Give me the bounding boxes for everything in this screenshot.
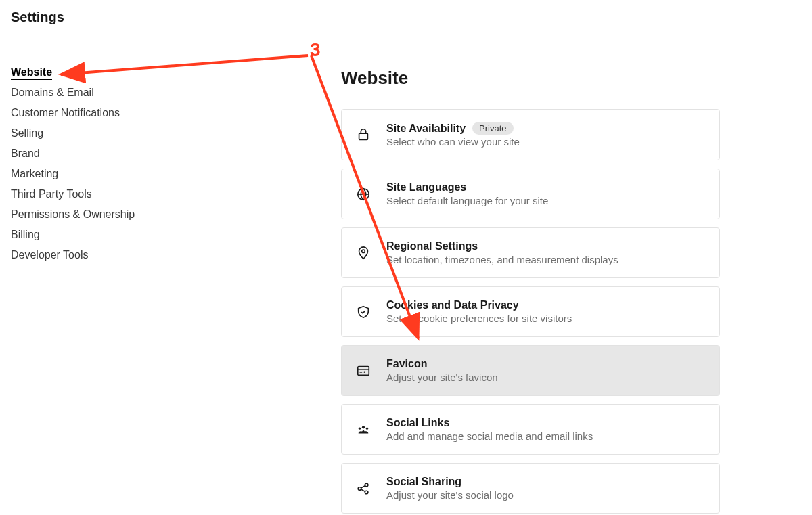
- card-body: Favicon Adjust your site's favicon: [386, 358, 706, 383]
- card-desc: Adjust your site's social logo: [386, 489, 706, 501]
- card-body: Social Sharing Adjust your site's social…: [386, 476, 706, 501]
- sidebar-item-developer-tools[interactable]: Developer Tools: [11, 245, 160, 265]
- card-title: Cookies and Data Privacy: [386, 299, 706, 311]
- body: Website Domains & Email Customer Notific…: [0, 35, 812, 514]
- sidebar-item-website[interactable]: Website: [11, 62, 160, 83]
- svg-point-11: [365, 483, 368, 487]
- card-regional-settings[interactable]: Regional Settings Set location, timezone…: [341, 227, 720, 278]
- header: Settings: [0, 0, 812, 35]
- share-icon: [355, 480, 371, 497]
- svg-rect-3: [358, 366, 369, 375]
- sidebar-item-label: Developer Tools: [11, 249, 88, 261]
- sidebar-item-label: Marketing: [11, 168, 58, 179]
- card-desc: Set location, timezones, and measurement…: [386, 254, 706, 265]
- card-social-links[interactable]: Social Links Add and manage social media…: [341, 404, 720, 455]
- card-site-availability[interactable]: Site Availability Private Select who can…: [341, 109, 720, 160]
- svg-point-8: [359, 427, 361, 429]
- sidebar-item-selling[interactable]: Selling: [11, 123, 160, 143]
- card-title: Social Links: [386, 417, 706, 429]
- sidebar-item-label: Third Party Tools: [11, 188, 92, 200]
- card-body: Social Links Add and manage social media…: [386, 417, 706, 442]
- card-title: Site Languages: [386, 181, 706, 194]
- card-favicon[interactable]: Favicon Adjust your site's favicon: [341, 345, 720, 396]
- card-body: Regional Settings Set location, timezone…: [386, 240, 706, 265]
- sidebar-item-label: Domains & Email: [11, 87, 94, 98]
- card-cookies-data-privacy[interactable]: Cookies and Data Privacy Set up cookie p…: [341, 286, 720, 337]
- sidebar-item-domains-email[interactable]: Domains & Email: [11, 83, 160, 103]
- card-desc: Add and manage social media and email li…: [386, 430, 706, 442]
- card-title: Site Availability: [386, 122, 466, 135]
- sidebar-item-brand[interactable]: Brand: [11, 143, 160, 164]
- sidebar: Website Domains & Email Customer Notific…: [0, 35, 171, 514]
- card-title-row: Site Availability Private: [386, 122, 706, 135]
- card-desc: Select who can view your site: [386, 136, 706, 148]
- svg-point-6: [364, 372, 365, 372]
- svg-point-9: [366, 427, 368, 429]
- svg-line-13: [361, 485, 365, 487]
- status-badge: Private: [472, 122, 513, 135]
- favicon-icon: [355, 363, 371, 379]
- card-desc: Set up cookie preferences for site visit…: [386, 313, 706, 324]
- main: Website Site Availability Private Select…: [171, 35, 812, 514]
- page-title: Settings: [11, 9, 801, 25]
- svg-line-14: [361, 489, 365, 491]
- card-title: Social Sharing: [386, 476, 706, 488]
- sidebar-item-label: Brand: [11, 148, 40, 159]
- people-icon: [355, 422, 371, 438]
- svg-point-7: [362, 426, 365, 428]
- shield-check-icon: [355, 304, 371, 320]
- sidebar-item-label: Billing: [11, 229, 40, 240]
- globe-icon: [355, 186, 371, 202]
- sidebar-item-permissions-ownership[interactable]: Permissions & Ownership: [11, 204, 160, 225]
- pin-icon: [355, 245, 371, 261]
- sidebar-item-billing[interactable]: Billing: [11, 225, 160, 245]
- sidebar-item-label: Website: [11, 66, 52, 80]
- sidebar-item-customer-notifications[interactable]: Customer Notifications: [11, 103, 160, 123]
- card-desc: Select default language for your site: [386, 195, 706, 206]
- sidebar-item-label: Selling: [11, 127, 43, 139]
- svg-point-10: [358, 487, 361, 490]
- card-site-languages[interactable]: Site Languages Select default language f…: [341, 169, 720, 219]
- main-inner: Website Site Availability Private Select…: [341, 68, 720, 514]
- sidebar-item-third-party-tools[interactable]: Third Party Tools: [11, 184, 160, 204]
- svg-rect-0: [359, 133, 368, 139]
- card-body: Cookies and Data Privacy Set up cookie p…: [386, 299, 706, 324]
- card-desc: Adjust your site's favicon: [386, 372, 706, 383]
- sidebar-item-marketing[interactable]: Marketing: [11, 164, 160, 184]
- svg-point-2: [362, 249, 365, 252]
- section-title: Website: [341, 68, 720, 89]
- card-social-sharing[interactable]: Social Sharing Adjust your site's social…: [341, 463, 720, 514]
- sidebar-item-label: Permissions & Ownership: [11, 208, 135, 220]
- card-body: Site Languages Select default language f…: [386, 181, 706, 206]
- card-body: Site Availability Private Select who can…: [386, 122, 706, 148]
- card-title: Regional Settings: [386, 240, 706, 252]
- card-title: Favicon: [386, 358, 706, 370]
- svg-point-12: [365, 491, 368, 494]
- lock-icon: [355, 127, 371, 143]
- sidebar-item-label: Customer Notifications: [11, 107, 120, 118]
